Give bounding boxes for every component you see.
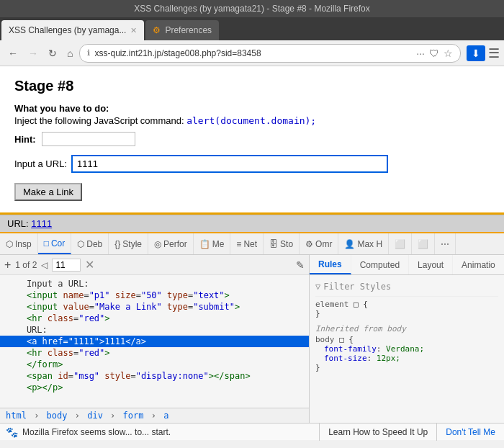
dom-toolbar: + 1 of 2 ◁ ✕ ✎ <box>0 255 309 275</box>
devtools-tab-inspect[interactable]: ⬡ Insp <box>0 233 38 254</box>
perf-label: Perfor <box>163 239 187 249</box>
button-row: Make a Link <box>14 177 490 201</box>
console-label: Cor <box>51 238 65 248</box>
url-input[interactable] <box>71 155 388 173</box>
page-title: Stage #8 <box>14 78 490 94</box>
devtools-tab-maxh[interactable]: 👤 Max H <box>338 233 389 254</box>
breadcrumb-sep4: › <box>145 411 161 421</box>
devtools-tab-storage[interactable]: 🗄 Sto <box>264 233 300 254</box>
breadcrumb-sep3: › <box>105 411 121 421</box>
dom-line-url-label: URL: <box>0 324 309 336</box>
home-button[interactable]: ⌂ <box>63 46 76 61</box>
url-result-label: URL: <box>7 218 29 229</box>
devtools-tab-debugger[interactable]: ⬡ Deb <box>71 233 109 254</box>
dom-add-button[interactable]: + <box>4 259 11 272</box>
devtools-tab-memory[interactable]: 📋 Me <box>194 233 231 254</box>
hint-row: Hint: <box>14 132 490 146</box>
back-button[interactable]: ← <box>4 46 22 61</box>
maxh-label: Max H <box>357 239 382 249</box>
styles-tab-animation[interactable]: Animatio <box>453 255 504 274</box>
close-tab-icon[interactable]: ✕ <box>130 26 137 35</box>
dom-edit-icon[interactable]: ✎ <box>296 259 305 271</box>
menu-icon[interactable]: ☰ <box>488 45 500 61</box>
bookmark-icon[interactable]: ☆ <box>444 48 453 59</box>
css-val-font-size: 12px; <box>377 354 400 363</box>
style-label: Style <box>122 239 142 249</box>
dom-line-p: <p></p> <box>0 382 309 393</box>
devtools-layout-btn1[interactable]: ⬜ <box>389 233 412 254</box>
devtools-tab-console[interactable]: □ Cor <box>38 233 72 254</box>
input-row: Input a URL: <box>14 155 490 173</box>
reload-button[interactable]: ↻ <box>45 46 60 61</box>
storage-label: Sto <box>280 239 293 249</box>
css-body-selector: body <box>315 335 339 344</box>
task-desc-text: Inject the following JavaScript command: <box>14 115 186 126</box>
filter-icon: ▽ <box>315 282 320 292</box>
task-command: alert(document.domain); <box>186 115 316 126</box>
filter-placeholder[interactable]: Filter Styles <box>323 282 391 292</box>
network-label: Net <box>243 239 257 249</box>
dom-line-span-msg: <span id="msg" style="display:none"></sp… <box>0 370 309 382</box>
computed-tab-label: Computed <box>360 260 400 270</box>
search-prev-icon[interactable]: ◁ <box>41 260 48 270</box>
dom-search-input[interactable] <box>52 259 81 272</box>
more-icon[interactable]: ··· <box>416 48 425 59</box>
css-inherited-section: Inherited from body body □ { font-family… <box>315 324 498 372</box>
debugger-label: Deb <box>86 239 102 249</box>
breadcrumb-form[interactable]: form <box>123 411 144 421</box>
styles-tabs: Rules Computed Layout Animatio <box>310 255 504 275</box>
css-font-family-row: font-family: Verdana; <box>315 344 498 354</box>
make-link-button[interactable]: Make a Link <box>14 183 82 201</box>
styles-tab-rules[interactable]: Rules <box>310 255 351 274</box>
css-colon1: : <box>377 344 386 354</box>
address-input-wrap[interactable]: ℹ xss-quiz.int21h.jp/stage008.php?sid=83… <box>79 44 461 63</box>
breadcrumb-sep2: › <box>70 411 86 421</box>
tab-xss-label: XSS Challenges (by yamaga... <box>9 25 126 35</box>
devtools-tab-omn[interactable]: ⚙ Omr <box>300 233 338 254</box>
css-val-font-family: Verdana; <box>386 344 424 354</box>
omn-icon: ⚙ <box>305 239 313 249</box>
page-content: Stage #8 What you have to do: Inject the… <box>0 66 504 215</box>
network-icon: ≡ <box>236 239 241 249</box>
devtools-layout-btn2[interactable]: ⬜ <box>412 233 435 254</box>
tab-preferences[interactable]: ⚙ Preferences <box>145 20 219 40</box>
devtools-tab-style[interactable]: {} Style <box>109 233 148 254</box>
styles-tab-computed[interactable]: Computed <box>351 255 409 274</box>
dont-tell-me-button[interactable]: Don't Tell Me <box>436 424 504 441</box>
breadcrumb-div[interactable]: div <box>87 411 103 421</box>
tab-xss[interactable]: XSS Challenges (by yamaga... ✕ <box>1 20 144 40</box>
dom-content: Input a URL: <input name="p1" size="50" … <box>0 275 309 408</box>
forward-button[interactable]: → <box>24 46 42 61</box>
lock-icon: ℹ <box>87 48 90 58</box>
omn-label: Omr <box>315 239 332 249</box>
devtools-tabs: ⬡ Insp □ Cor ⬡ Deb {} Style ◎ Perfor 📋 M… <box>0 233 504 255</box>
window-title: XSS Challenges (by yamagata21) - Stage #… <box>134 4 370 14</box>
breadcrumb-a[interactable]: a <box>163 411 168 421</box>
learn-speed-button[interactable]: Learn How to Speed It Up <box>319 424 436 441</box>
css-close-brace2: } <box>315 363 320 372</box>
breadcrumb-body[interactable]: body <box>47 411 68 421</box>
style-icon: {} <box>114 239 120 249</box>
dom-line-input-label: Input a URL: <box>0 278 309 290</box>
breadcrumb-html[interactable]: html <box>6 411 27 421</box>
rules-tab-label: Rules <box>318 259 342 269</box>
dom-line-form-close: </form> <box>0 359 309 370</box>
devtools: ⬡ Insp □ Cor ⬡ Deb {} Style ◎ Perfor 📋 M… <box>0 232 504 423</box>
css-prop-font-size: font-size <box>324 354 367 363</box>
url-result-link[interactable]: 1111 <box>31 218 52 229</box>
devtools-tab-network[interactable]: ≡ Net <box>230 233 264 254</box>
styles-content: ▽ Filter Styles element □ { } Inherited … <box>310 275 504 423</box>
dom-search-close[interactable]: ✕ <box>85 258 94 272</box>
css-element-section: element □ { } <box>315 300 498 318</box>
shield-icon[interactable]: 🛡 <box>429 48 439 59</box>
status-left: 🐾 Mozilla Firefox seems slow... to... st… <box>0 426 319 438</box>
styles-tab-layout[interactable]: Layout <box>409 255 453 274</box>
devtools-settings-btn[interactable]: ⋯ <box>435 233 456 254</box>
dom-line-anchor[interactable]: <a href="1111">1111</a> <box>0 336 309 347</box>
css-close-brace1: } <box>315 309 320 318</box>
css-font-size-row: font-size: 12px; <box>315 354 498 363</box>
devtools-tab-perf[interactable]: ◎ Perfor <box>148 233 194 254</box>
filter-row: ▽ Filter Styles <box>315 279 498 297</box>
download-button[interactable]: ⬇ <box>467 45 485 61</box>
dom-line-input-submit: <input value="Make a Link" type="submit"… <box>0 301 309 313</box>
